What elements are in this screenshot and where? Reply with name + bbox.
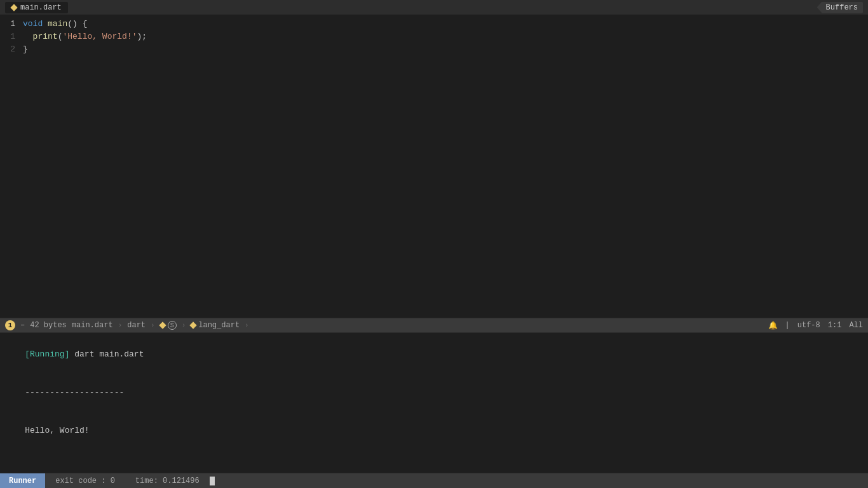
code-line-2: 1 print('Hello, World!'); [0,30,868,43]
exit-code-status: exit code : 0 [45,477,125,485]
status-arrow-4: › [245,322,249,329]
terminal-output-2 [5,450,863,473]
circle-s-badge: S [168,321,177,330]
status-arrow-3: › [182,322,186,329]
lang-dart-label: lang_dart [198,321,240,330]
tab-filename: main.dart [20,3,62,12]
status-arrow-2: › [151,322,155,329]
diamond-icon [159,322,166,329]
output-blank [25,464,30,473]
status-position: 1:1 [828,321,842,330]
running-cmd: dart main.dart [69,349,144,359]
bottom-bar: Runner exit code : 0 time: 0.121496 [0,473,868,488]
bell-icon: 🔔 [768,321,778,330]
running-label: [Running] [25,349,69,359]
title-tab[interactable]: main.dart [5,2,68,13]
status-lang: dart [127,321,146,330]
terminal-separator: -------------------- [5,374,863,412]
lang-diamond-icon [190,322,197,329]
status-arrow-1: › [118,322,123,329]
editor-area: 1 void main() { 1 print('Hello, World!')… [0,15,868,318]
line-number-1: 1 [0,18,23,30]
title-bar: main.dart Buffers [0,0,868,15]
file-icon [10,4,17,11]
status-encoding: utf-8 [797,321,820,330]
lang-dart-badge: lang_dart [191,321,240,330]
status-bytes: 42 bytes [30,321,67,330]
code-content-3: } [23,43,28,56]
buffer-number-badge: 1 [5,320,15,330]
terminal-running-line: [Running] dart main.dart [5,336,863,374]
output-hello: Hello, World! [25,426,89,435]
terminal-output-1: Hello, World! [5,412,863,450]
status-separator-dash: – [20,321,25,330]
terminal-area: [Running] dart main.dart ---------------… [0,333,868,473]
status-scope: All [849,321,863,330]
code-content-2: print('Hello, World!'); [23,30,147,43]
status-bar: 1 – 42 bytes main.dart › dart › S › lang… [0,318,868,333]
code-line-1: 1 void main() { [0,18,868,30]
cursor-indicator [210,477,215,485]
line-number-2: 1 [0,30,23,43]
status-pipe: | [785,321,790,330]
code-content-1: void main() { [23,18,87,30]
buffers-button[interactable]: Buffers [817,2,863,13]
status-right: 🔔 | utf-8 1:1 All [768,321,863,330]
time-status: time: 0.121496 [125,477,210,485]
line-number-3: 2 [0,43,23,56]
status-filename: main.dart [72,321,113,330]
status-diamond-badge: S [160,321,177,330]
runner-tab[interactable]: Runner [0,473,45,488]
separator-line: -------------------- [25,388,124,397]
code-line-3: 2 } [0,43,868,56]
